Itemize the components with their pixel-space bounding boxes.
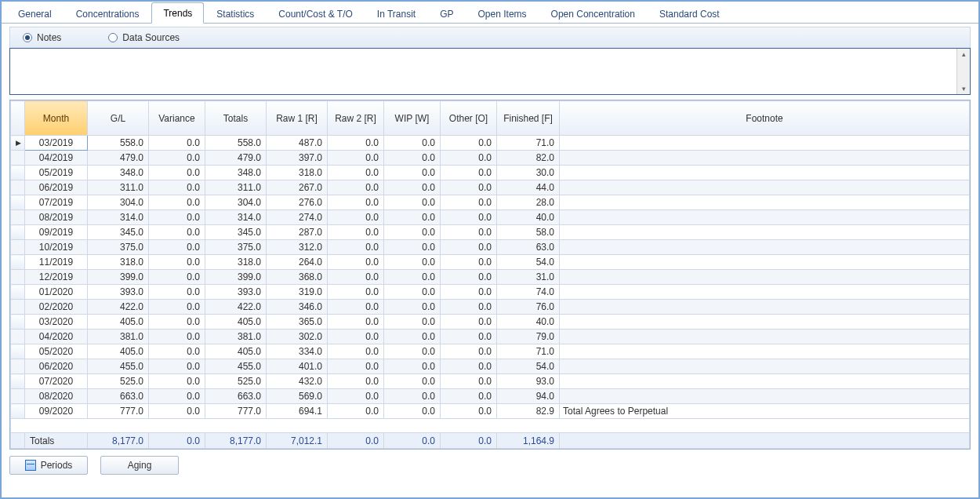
table-row[interactable]: 11/2019318.00.0318.0264.00.00.00.054.0 — [11, 255, 970, 270]
cell-footnote[interactable] — [560, 315, 970, 330]
cell-other[interactable]: 0.0 — [441, 180, 497, 195]
cell-month[interactable]: 06/2019 — [25, 180, 88, 195]
cell-variance[interactable]: 0.0 — [149, 359, 205, 374]
cell-finished[interactable]: 71.0 — [497, 344, 560, 359]
table-row[interactable]: 03/2020405.00.0405.0365.00.00.00.040.0 — [11, 315, 970, 330]
cell-gl[interactable]: 318.0 — [88, 255, 149, 270]
cell-variance[interactable]: 0.0 — [149, 166, 205, 180]
row-selector[interactable] — [11, 166, 25, 180]
cell-wip[interactable]: 0.0 — [384, 300, 441, 315]
cell-gl[interactable]: 375.0 — [88, 240, 149, 255]
tab-statistics[interactable]: Statistics — [205, 3, 266, 24]
table-row[interactable]: 09/2019345.00.0345.0287.00.00.00.058.0 — [11, 225, 970, 240]
cell-raw1[interactable]: 264.0 — [267, 255, 328, 270]
cell-finished[interactable]: 31.0 — [497, 270, 560, 285]
cell-raw2[interactable]: 0.0 — [328, 359, 384, 374]
table-row[interactable]: 05/2020405.00.0405.0334.00.00.00.071.0 — [11, 344, 970, 359]
cell-footnote[interactable] — [560, 240, 970, 255]
cell-raw1[interactable]: 569.0 — [267, 389, 328, 404]
cell-variance[interactable]: 0.0 — [149, 255, 205, 270]
cell-totals[interactable]: 422.0 — [205, 300, 267, 315]
col-wip[interactable]: WIP [W] — [384, 101, 441, 136]
cell-other[interactable]: 0.0 — [441, 225, 497, 240]
cell-wip[interactable]: 0.0 — [384, 255, 441, 270]
cell-totals[interactable]: 345.0 — [205, 225, 267, 240]
cell-wip[interactable]: 0.0 — [384, 389, 441, 404]
cell-month[interactable]: 03/2020 — [25, 315, 88, 330]
cell-raw2[interactable]: 0.0 — [328, 315, 384, 330]
cell-totals[interactable]: 558.0 — [205, 136, 267, 151]
row-selector[interactable] — [11, 240, 25, 255]
col-raw2[interactable]: Raw 2 [R] — [328, 101, 384, 136]
cell-raw1[interactable]: 368.0 — [267, 270, 328, 285]
row-selector[interactable] — [11, 255, 25, 270]
cell-raw1[interactable]: 334.0 — [267, 344, 328, 359]
cell-footnote[interactable] — [560, 344, 970, 359]
cell-month[interactable]: 02/2020 — [25, 300, 88, 315]
table-row[interactable]: 01/2020393.00.0393.0319.00.00.00.074.0 — [11, 285, 970, 300]
periods-button[interactable]: Periods — [9, 456, 88, 475]
cell-totals[interactable]: 318.0 — [205, 255, 267, 270]
cell-variance[interactable]: 0.0 — [149, 195, 205, 210]
row-selector[interactable] — [11, 210, 25, 225]
cell-raw1[interactable]: 267.0 — [267, 180, 328, 195]
cell-variance[interactable]: 0.0 — [149, 210, 205, 225]
cell-wip[interactable]: 0.0 — [384, 240, 441, 255]
cell-month[interactable]: 09/2020 — [25, 404, 88, 419]
cell-wip[interactable]: 0.0 — [384, 151, 441, 166]
cell-raw2[interactable]: 0.0 — [328, 374, 384, 389]
cell-wip[interactable]: 0.0 — [384, 270, 441, 285]
cell-gl[interactable]: 393.0 — [88, 285, 149, 300]
cell-footnote[interactable] — [560, 225, 970, 240]
cell-gl[interactable]: 525.0 — [88, 374, 149, 389]
table-row[interactable]: 06/2020455.00.0455.0401.00.00.00.054.0 — [11, 359, 970, 374]
cell-wip[interactable]: 0.0 — [384, 315, 441, 330]
cell-raw1[interactable]: 346.0 — [267, 300, 328, 315]
cell-other[interactable]: 0.0 — [441, 166, 497, 180]
cell-variance[interactable]: 0.0 — [149, 270, 205, 285]
cell-month[interactable]: 05/2020 — [25, 344, 88, 359]
row-selector[interactable] — [11, 330, 25, 344]
cell-variance[interactable]: 0.0 — [149, 404, 205, 419]
cell-other[interactable]: 0.0 — [441, 270, 497, 285]
cell-raw1[interactable]: 302.0 — [267, 330, 328, 344]
col-variance[interactable]: Variance — [149, 101, 205, 136]
cell-month[interactable]: 07/2019 — [25, 195, 88, 210]
cell-gl[interactable]: 777.0 — [88, 404, 149, 419]
cell-finished[interactable]: 71.0 — [497, 136, 560, 151]
col-footnote[interactable]: Footnote — [560, 101, 970, 136]
cell-wip[interactable]: 0.0 — [384, 136, 441, 151]
table-row[interactable]: 07/2019304.00.0304.0276.00.00.00.028.0 — [11, 195, 970, 210]
row-selector[interactable] — [11, 180, 25, 195]
cell-raw1[interactable]: 312.0 — [267, 240, 328, 255]
cell-other[interactable]: 0.0 — [441, 315, 497, 330]
cell-raw1[interactable]: 318.0 — [267, 166, 328, 180]
cell-month[interactable]: 10/2019 — [25, 240, 88, 255]
table-row[interactable]: 03/2019558.00.0558.0487.00.00.00.071.0 — [11, 136, 970, 151]
cell-totals[interactable]: 375.0 — [205, 240, 267, 255]
tab-standard-cost[interactable]: Standard Cost — [648, 3, 731, 24]
cell-month[interactable]: 11/2019 — [25, 255, 88, 270]
cell-month[interactable]: 05/2019 — [25, 166, 88, 180]
cell-gl[interactable]: 455.0 — [88, 359, 149, 374]
cell-month[interactable]: 07/2020 — [25, 374, 88, 389]
cell-finished[interactable]: 54.0 — [497, 359, 560, 374]
cell-raw2[interactable]: 0.0 — [328, 285, 384, 300]
table-row[interactable]: 04/2020381.00.0381.0302.00.00.00.079.0 — [11, 330, 970, 344]
cell-gl[interactable]: 422.0 — [88, 300, 149, 315]
cell-footnote[interactable] — [560, 136, 970, 151]
cell-raw2[interactable]: 0.0 — [328, 166, 384, 180]
col-finished[interactable]: Finished [F] — [497, 101, 560, 136]
cell-variance[interactable]: 0.0 — [149, 151, 205, 166]
cell-footnote[interactable] — [560, 389, 970, 404]
cell-gl[interactable]: 558.0 — [88, 136, 149, 151]
cell-raw2[interactable]: 0.0 — [328, 180, 384, 195]
cell-gl[interactable]: 381.0 — [88, 330, 149, 344]
cell-raw2[interactable]: 0.0 — [328, 136, 384, 151]
cell-finished[interactable]: 79.0 — [497, 330, 560, 344]
cell-totals[interactable]: 525.0 — [205, 374, 267, 389]
cell-month[interactable]: 12/2019 — [25, 270, 88, 285]
cell-other[interactable]: 0.0 — [441, 359, 497, 374]
cell-totals[interactable]: 405.0 — [205, 344, 267, 359]
cell-other[interactable]: 0.0 — [441, 255, 497, 270]
